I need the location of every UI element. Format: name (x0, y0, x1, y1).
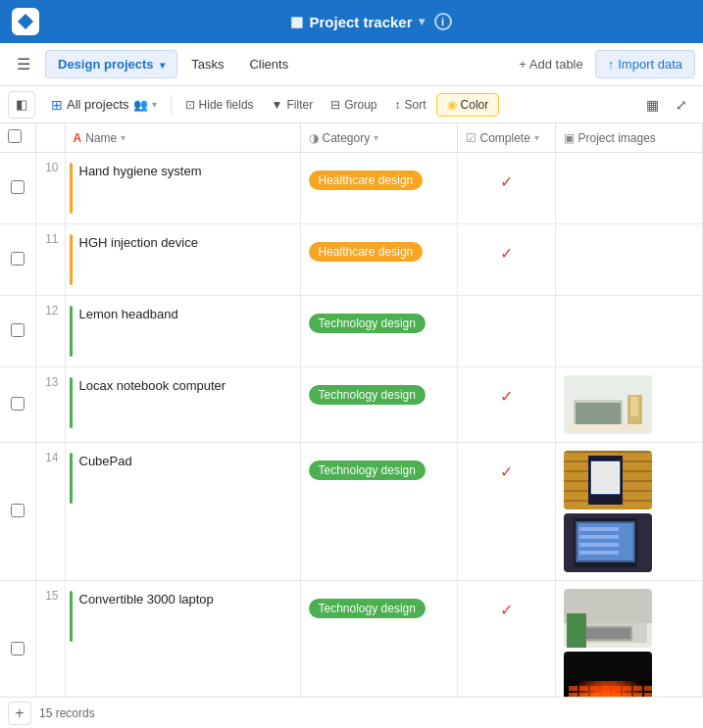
expand-button[interactable]: ⤢ (668, 91, 695, 119)
row-checkbox[interactable] (11, 180, 25, 194)
images-header-label: Project images (578, 131, 656, 145)
tab-design-projects-label: Design projects (58, 57, 154, 72)
row-category-cell[interactable]: Technology design (300, 367, 457, 443)
row-images-cell[interactable] (555, 581, 703, 698)
name-sort-icon: ▾ (121, 132, 126, 143)
row-category-cell[interactable]: Technology design (300, 443, 457, 581)
row-name-cell[interactable]: HGH injection device (65, 224, 300, 296)
add-table-label: + Add table (519, 57, 582, 72)
row-images-cell[interactable] (555, 153, 703, 224)
row-checkbox[interactable] (11, 642, 25, 655)
row-complete-cell[interactable]: ✓ (457, 581, 555, 698)
nav-bar: ☰ Design projects ▾ Tasks Clients + Add … (0, 43, 703, 86)
row-images-cell[interactable] (555, 296, 703, 367)
view-type-icon: ⊞ (51, 97, 63, 113)
table-row[interactable]: 13Locax notebook computerTechnology desi… (0, 367, 703, 443)
row-checkbox[interactable] (11, 323, 25, 337)
add-row-icon: + (15, 704, 24, 722)
hide-fields-label: Hide fields (199, 98, 254, 112)
row-name-text: HGH injection device (79, 235, 198, 250)
row-images-cell[interactable] (555, 224, 703, 296)
row-checkbox[interactable] (11, 504, 25, 517)
filter-button[interactable]: ▼ Filter (264, 94, 322, 116)
name-header[interactable]: A Name ▾ (65, 123, 300, 153)
hamburger-menu[interactable]: ☰ (8, 49, 39, 80)
tab-clients[interactable]: Clients (237, 51, 300, 77)
color-label: Color (461, 98, 489, 112)
group-button[interactable]: ⊟ Group (323, 94, 384, 116)
table-row[interactable]: 12Lemon headbandTechnology design (0, 296, 703, 367)
header-title: ▦ Project tracker ▾ i (51, 13, 691, 30)
tab-design-projects-arrow: ▾ (160, 60, 165, 71)
row-category-cell[interactable]: Healthcare design (300, 224, 457, 296)
complete-checkmark: ✓ (500, 463, 513, 480)
row-complete-cell[interactable]: ✓ (457, 367, 555, 443)
color-button[interactable]: ◉ Color (436, 93, 500, 117)
add-row-button[interactable]: + (8, 702, 31, 725)
row-name-cell[interactable]: Convertible 3000 laptop (65, 581, 300, 698)
row-complete-cell[interactable]: ✓ (457, 153, 555, 224)
add-table-button[interactable]: + Add table (509, 51, 592, 77)
row-name-cell[interactable]: Locax notebook computer (65, 367, 300, 443)
view-arrow-icon: ▾ (152, 99, 157, 110)
row-name-text: Hand hygiene system (79, 164, 202, 178)
checkbox-header (0, 123, 35, 153)
hide-fields-button[interactable]: ⊡ Hide fields (177, 94, 262, 116)
sort-button[interactable]: ↕ Sort (387, 94, 434, 116)
row-complete-cell[interactable] (457, 296, 555, 367)
complete-checkmark: ✓ (500, 173, 513, 190)
name-header-icon: A (74, 131, 82, 145)
view-name-button[interactable]: ⊞ All projects 👥 ▾ (43, 93, 165, 117)
row-number-cell: 15 (35, 581, 65, 698)
row-images-cell[interactable] (555, 443, 703, 581)
tab-tasks[interactable]: Tasks (179, 51, 235, 77)
group-icon: ⊟ (330, 98, 340, 112)
row-category-cell[interactable]: Technology design (300, 581, 457, 698)
row-category-cell[interactable]: Healthcare design (300, 153, 457, 224)
filter-label: Filter (287, 98, 314, 112)
category-sort-icon: ▾ (374, 132, 378, 143)
row-name-cell[interactable]: CubePad (65, 443, 300, 581)
row-name-text: CubePad (79, 454, 132, 468)
row-checkbox[interactable] (11, 397, 25, 411)
gallery-view-button[interactable]: ▦ (638, 91, 666, 119)
complete-checkmark: ✓ (500, 388, 513, 405)
row-complete-cell[interactable]: ✓ (457, 224, 555, 296)
category-header[interactable]: ◑ Category ▾ (300, 123, 457, 153)
category-badge: Technology design (309, 599, 426, 618)
table-row[interactable]: 15Convertible 3000 laptopTechnology desi… (0, 581, 703, 698)
row-number-cell: 14 (35, 443, 65, 581)
select-all-checkbox[interactable] (8, 129, 22, 143)
category-header-label: Category (323, 131, 371, 145)
project-image-thumb (564, 375, 652, 434)
row-number-cell: 10 (35, 153, 65, 224)
category-badge: Technology design (309, 385, 426, 405)
category-badge: Healthcare design (309, 242, 424, 262)
complete-header[interactable]: ☑ Complete ▾ (457, 123, 555, 153)
table-row[interactable]: 10Hand hygiene systemHealthcare design✓ (0, 153, 703, 224)
expand-icon: ⤢ (676, 97, 687, 113)
images-header[interactable]: ▣ Project images (555, 123, 703, 153)
row-color-bar (70, 306, 73, 357)
table-row[interactable]: 11HGH injection deviceHealthcare design✓ (0, 224, 703, 296)
row-name-text: Lemon headband (79, 307, 178, 321)
tab-design-projects[interactable]: Design projects ▾ (45, 50, 177, 78)
project-image-thumb (564, 513, 652, 572)
header-info-button[interactable]: i (434, 13, 452, 30)
header-title-icon: ▦ (290, 14, 303, 29)
table-row[interactable]: 14CubePadTechnology design✓ (0, 443, 703, 581)
row-complete-cell[interactable]: ✓ (457, 443, 555, 581)
row-name-cell[interactable]: Hand hygiene system (65, 153, 300, 224)
row-name-cell[interactable]: Lemon headband (65, 296, 300, 367)
row-category-cell[interactable]: Technology design (300, 296, 457, 367)
tab-clients-label: Clients (249, 57, 288, 72)
row-images-cell[interactable] (555, 367, 703, 443)
header-dropdown-arrow[interactable]: ▾ (419, 15, 425, 28)
row-checkbox-cell (0, 296, 35, 367)
top-header: ▦ Project tracker ▾ i (0, 0, 703, 43)
filter-icon: ▼ (272, 98, 283, 112)
row-checkbox[interactable] (11, 252, 25, 266)
sidebar-toggle[interactable]: ◧ (8, 91, 35, 119)
row-num-header (35, 123, 65, 153)
import-data-button[interactable]: ↑ Import data (595, 50, 695, 78)
